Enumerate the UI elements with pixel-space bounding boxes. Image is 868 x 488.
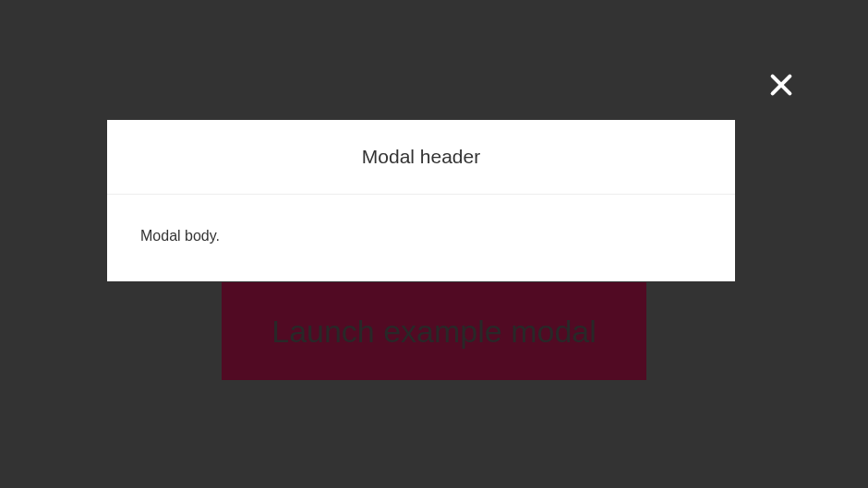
modal-body: Modal body. xyxy=(107,195,735,281)
launch-modal-button[interactable]: Launch example modal xyxy=(222,282,646,380)
modal-dialog: Modal header Modal body. xyxy=(107,120,735,281)
modal-header: Modal header xyxy=(107,120,735,195)
modal-body-text: Modal body. xyxy=(140,228,220,244)
close-button[interactable] xyxy=(768,72,794,98)
launch-button-label: Launch example modal xyxy=(271,314,597,350)
close-icon xyxy=(768,85,794,101)
modal-title: Modal header xyxy=(126,146,717,168)
